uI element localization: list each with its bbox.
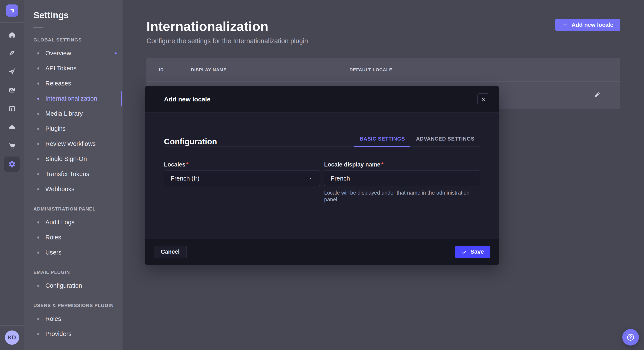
page-subtitle: Configure the settings for the Internati… <box>146 37 308 45</box>
sidebar-item-webhooks[interactable]: Webhooks <box>24 181 122 197</box>
sidebar-item-transfer-tokens[interactable]: Transfer Tokens <box>24 167 122 181</box>
bullet-icon <box>37 318 40 320</box>
sidebar-item-label: Roles <box>45 234 61 241</box>
sidebar-item-up-roles[interactable]: Roles <box>24 311 122 326</box>
column-header-display-name: DISPLAY NAME <box>191 67 350 72</box>
sidebar-item-admin-roles[interactable]: Roles <box>24 230 122 245</box>
sidebar-item-label: Releases <box>45 80 71 87</box>
display-name-label: Locale display name* <box>324 161 480 168</box>
sidebar-item-plugins[interactable]: Plugins <box>24 121 122 136</box>
sidebar-item-label: Internationalization <box>45 95 97 102</box>
sidebar-title: Settings <box>24 10 122 20</box>
display-name-helper-text: Locale will be displayed under that name… <box>324 189 473 203</box>
sidebar-item-overview[interactable]: Overview <box>24 46 122 61</box>
content-type-builder-icon[interactable] <box>4 101 20 116</box>
close-modal-button[interactable] <box>478 93 490 105</box>
sidebar-item-label: Providers <box>45 331 72 338</box>
cancel-button[interactable]: Cancel <box>154 246 187 258</box>
display-name-input[interactable] <box>324 171 480 186</box>
home-icon[interactable] <box>4 27 20 42</box>
pencil-icon <box>594 92 600 98</box>
locale-form: Locales* French (fr) Locale display name… <box>145 147 499 203</box>
strapi-admin-app: KD Settings GLOBAL SETTINGS Overview API… <box>0 0 644 350</box>
column-header-default-locale: DEFAULT LOCALE <box>350 67 620 72</box>
media-library-icon[interactable] <box>4 82 20 98</box>
page-header-text: Internationalization Configure the setti… <box>146 19 308 45</box>
locales-label: Locales* <box>164 161 320 168</box>
sidebar-item-internationalization[interactable]: Internationalization <box>24 91 122 106</box>
send-release-icon[interactable] <box>4 64 20 79</box>
page-title: Internationalization <box>146 19 308 34</box>
sidebar-item-audit-logs[interactable]: Audit Logs <box>24 215 122 230</box>
sidebar-item-label: Plugins <box>45 125 66 132</box>
bullet-icon <box>37 236 40 239</box>
bullet-icon <box>37 52 40 54</box>
settings-gear-icon[interactable] <box>4 157 20 172</box>
save-label: Save <box>470 249 484 255</box>
edit-locale-button[interactable] <box>594 92 600 99</box>
bullet-icon <box>37 143 40 145</box>
modal-header: Add new locale <box>145 86 499 113</box>
user-avatar[interactable]: KD <box>5 331 19 345</box>
bullet-icon <box>37 98 40 100</box>
sidebar-item-label: Users <box>45 249 62 256</box>
icon-rail: KD <box>0 0 24 350</box>
sidebar-item-label: Single Sign-On <box>45 156 87 163</box>
close-icon <box>481 97 486 102</box>
sidebar-item-up-providers[interactable]: Providers <box>24 326 122 342</box>
sidebar-item-releases[interactable]: Releases <box>24 76 122 91</box>
sidebar-title-divider <box>34 27 43 28</box>
sidebar-item-label: Overview <box>45 50 71 57</box>
bullet-icon <box>37 158 40 160</box>
chevron-down-icon <box>308 176 313 181</box>
tab-basic-settings[interactable]: BASIC SETTINGS <box>354 136 410 146</box>
bullet-icon <box>37 221 40 223</box>
check-icon <box>462 249 467 255</box>
modal-body: Configuration BASIC SETTINGS ADVANCED SE… <box>145 113 499 239</box>
users-permissions-list: Roles Providers <box>24 311 122 342</box>
email-plugin-list: Configuration <box>24 278 122 293</box>
sidebar-item-label: Transfer Tokens <box>45 171 89 177</box>
bullet-icon <box>37 173 40 175</box>
sidebar-item-review-workflows[interactable]: Review Workflows <box>24 136 122 151</box>
sidebar-item-email-configuration[interactable]: Configuration <box>24 278 122 293</box>
save-button[interactable]: Save <box>455 246 490 258</box>
sidebar-item-label: Review Workflows <box>45 140 96 147</box>
strapi-logo-icon <box>8 7 16 14</box>
tab-advanced-settings[interactable]: ADVANCED SETTINGS <box>410 136 480 146</box>
modal-footer: Cancel Save <box>145 239 499 265</box>
section-global-settings: GLOBAL SETTINGS <box>24 37 122 43</box>
bullet-icon <box>37 252 40 254</box>
bullet-icon <box>37 82 40 85</box>
global-settings-list: Overview API Tokens Releases Internation… <box>24 46 122 197</box>
bullet-icon <box>37 67 40 70</box>
add-new-locale-label: Add new locale <box>572 22 613 28</box>
add-new-locale-button[interactable]: Add new locale <box>555 19 620 31</box>
sidebar-item-label: Audit Logs <box>45 219 74 226</box>
required-asterisk: * <box>186 161 189 168</box>
administration-panel-list: Audit Logs Roles Users <box>24 215 122 260</box>
help-button[interactable] <box>622 329 639 346</box>
notification-dot-icon <box>114 52 117 54</box>
page-header: Internationalization Configure the setti… <box>146 19 620 45</box>
sidebar-item-label: Webhooks <box>45 186 74 193</box>
configuration-title: Configuration <box>164 137 217 146</box>
bullet-icon <box>37 333 40 335</box>
bullet-icon <box>37 128 40 130</box>
feather-content-icon[interactable] <box>4 45 20 61</box>
rail-bottom-divider <box>0 325 24 326</box>
section-email-plugin: EMAIL PLUGIN <box>24 270 122 275</box>
configuration-header: Configuration BASIC SETTINGS ADVANCED SE… <box>145 113 499 146</box>
rail-bottom: KD <box>0 325 24 350</box>
locales-select[interactable]: French (fr) <box>164 171 320 186</box>
cloud-deploy-icon[interactable] <box>4 120 20 135</box>
plus-icon <box>562 22 568 28</box>
sidebar-item-api-tokens[interactable]: API Tokens <box>24 61 122 76</box>
sidebar-item-single-sign-on[interactable]: Single Sign-On <box>24 151 122 167</box>
sidebar-item-media-library[interactable]: Media Library <box>24 106 122 121</box>
strapi-logo[interactable] <box>6 4 18 16</box>
marketplace-cart-icon[interactable] <box>4 138 20 153</box>
section-administration-panel: ADMINISTRATION PANEL <box>24 206 122 212</box>
sidebar-item-admin-users[interactable]: Users <box>24 245 122 260</box>
sidebar-item-label: Roles <box>45 315 61 322</box>
